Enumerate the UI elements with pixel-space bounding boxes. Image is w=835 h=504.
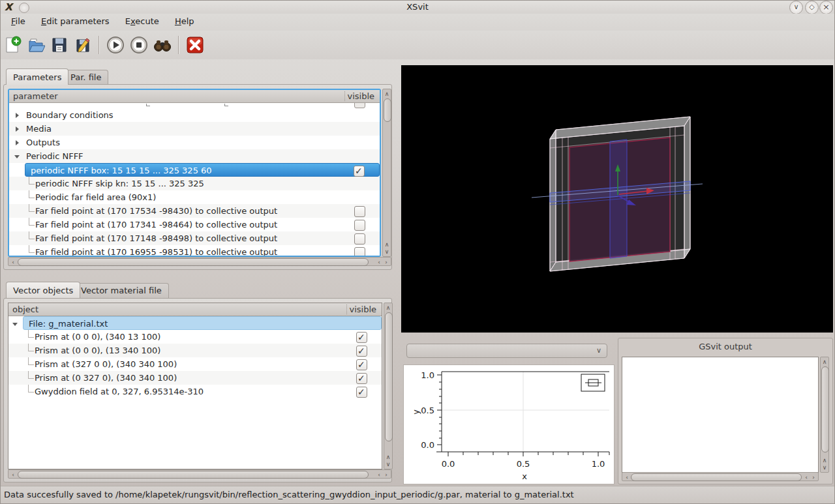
tree-row[interactable]: Far field point at (170 16955 -98531) to… (9, 245, 380, 256)
stop-button[interactable] (128, 34, 150, 56)
output-hscrollbar[interactable]: ‹ ‹ › (622, 472, 819, 481)
expander-icon[interactable] (14, 108, 22, 122)
visibility-checkbox[interactable] (356, 387, 367, 398)
view-selector-combobox[interactable]: ∨ (406, 344, 607, 358)
menu-edit-parameters[interactable]: Edit parameters (35, 14, 116, 29)
tab-parameters[interactable]: Parameters (6, 68, 68, 85)
tab-vector-material-file[interactable]: Vector material file (74, 283, 169, 298)
column-header-visible[interactable]: visible (349, 304, 376, 314)
tree-row[interactable]: periodic NFFF box: 15 15 15 ... 325 325 … (25, 163, 380, 177)
visibility-checkbox[interactable] (356, 359, 367, 370)
toolbar-separator (178, 36, 179, 54)
visibility-checkbox[interactable] (356, 346, 367, 357)
menubar: File Edit parameters Execute Help (1, 14, 834, 31)
scroll-right-icon[interactable]: › (382, 259, 390, 265)
scroll-up-icon[interactable]: ∧ (384, 304, 392, 311)
tree-row[interactable]: Far field point at (170 17534 -98430) to… (9, 204, 380, 218)
objects-hscrollbar[interactable]: ‹ ‹ › (8, 469, 391, 479)
plot-key-button[interactable] (581, 374, 605, 391)
expander-icon[interactable] (14, 149, 22, 163)
scroll-thumb[interactable] (631, 473, 802, 481)
scroll-up-icon[interactable]: ∧ (821, 359, 828, 365)
scroll-up-icon[interactable]: ∧ (384, 454, 392, 460)
quit-button[interactable] (184, 34, 206, 56)
scroll-down-icon[interactable]: ∨ (821, 464, 828, 471)
preview-button[interactable] (151, 34, 174, 56)
tree-row[interactable]: Media (9, 122, 380, 136)
tree-row[interactable]: periodic NFFF skip kn: 15 15 ... 325 325 (9, 177, 380, 190)
column-header-visible[interactable]: visible (347, 91, 374, 101)
x-tick-label: 1.0 (592, 459, 605, 469)
scroll-down-icon[interactable]: ∨ (384, 461, 392, 467)
new-file-button[interactable] (1, 34, 23, 56)
scroll-right-icon[interactable]: › (382, 471, 390, 478)
tree-row[interactable]: Periodic far field area (90x1) (9, 190, 380, 204)
visibility-checkbox[interactable] (354, 220, 365, 231)
y-tick-label: 1.0 (421, 370, 434, 380)
maximize-button[interactable] (805, 1, 819, 14)
save-button[interactable] (48, 34, 70, 56)
visibility-checkbox[interactable] (354, 166, 365, 177)
scroll-left-icon[interactable]: ‹ (9, 259, 17, 265)
visibility-checkbox[interactable] (354, 233, 365, 245)
menu-file[interactable]: File (5, 14, 32, 29)
output-vscrollbar[interactable]: ∧ ∧ ∨ (820, 357, 829, 473)
minimize-button[interactable] (789, 1, 803, 14)
tree-row[interactable]: Prism at (0 0 0), (340 13 100) (8, 330, 382, 344)
titlebar: X XSvit (1, 1, 834, 14)
farfield-plot[interactable]: 1.0 0.5 0.0 0.0 0.5 1.0 y x (403, 364, 615, 484)
output-text-area[interactable] (622, 357, 819, 473)
scroll-down-icon[interactable]: ∨ (383, 248, 391, 255)
visibility-checkbox[interactable] (356, 373, 367, 384)
scroll-thumb[interactable] (18, 471, 369, 479)
scroll-up-icon[interactable]: ∧ (383, 241, 391, 248)
visibility-checkbox[interactable] (354, 206, 365, 217)
viewport-3d[interactable] (401, 65, 833, 333)
x-tick-label: 0.5 (517, 459, 530, 469)
column-header-parameter[interactable]: parameter (13, 91, 58, 101)
scroll-left-icon[interactable]: ‹ (623, 474, 631, 481)
expander-icon[interactable] (14, 122, 22, 136)
scroll-thumb[interactable] (18, 258, 369, 266)
scroll-up-icon[interactable]: ∧ (383, 91, 391, 97)
tab-vector-objects[interactable]: Vector objects (6, 282, 80, 298)
visibility-checkbox[interactable] (356, 332, 367, 343)
parameters-vscrollbar[interactable]: ∧ ∧ ∨ (382, 89, 391, 257)
tree-row[interactable]: Prism at (0 0 0), (13 340 100) (8, 344, 382, 357)
tree-row[interactable]: Boundary conditions (9, 108, 380, 122)
close-button[interactable] (819, 1, 833, 14)
scroll-thumb[interactable] (821, 366, 829, 452)
parameters-hscrollbar[interactable]: ‹ ‹ › (8, 257, 391, 266)
visibility-checkbox[interactable] (354, 247, 365, 256)
column-separator[interactable] (346, 304, 348, 314)
objects-vscrollbar[interactable]: ∧ ∧ ∨ (384, 303, 393, 469)
tree-row[interactable]: Outputs (9, 136, 380, 149)
expander-icon[interactable] (12, 317, 20, 331)
scroll-right-icon[interactable]: › (810, 474, 817, 481)
expander-icon[interactable] (14, 136, 22, 149)
open-file-button[interactable] (25, 34, 47, 56)
tree-row[interactable]: Periodic NFFF (9, 149, 380, 163)
tree-row[interactable]: File: g_material.txt (23, 316, 382, 330)
run-button[interactable] (104, 34, 127, 56)
tree-row[interactable]: Gwyddion field at 0, 327, 6.95314e-310 (8, 385, 382, 398)
tree-connector (29, 218, 35, 226)
scroll-thumb[interactable] (384, 98, 391, 122)
scroll-up-icon[interactable]: ∧ (821, 457, 828, 464)
scroll-left-icon[interactable]: ‹ (9, 471, 17, 478)
tree-connector (29, 231, 35, 239)
menu-execute[interactable]: Execute (119, 14, 166, 29)
tree-row[interactable]: Far field point at (170 17148 -98498) to… (9, 231, 380, 245)
tree-row[interactable]: Prism at (0 327 0), (340 340 100) (8, 371, 382, 385)
column-header-object[interactable]: object (12, 304, 38, 314)
scroll-thumb[interactable] (385, 312, 393, 441)
tree-row[interactable]: Far field point at (170 17341 -98464) to… (9, 218, 380, 231)
menu-help[interactable]: Help (168, 14, 201, 29)
status-text: Data succesfully saved to /home/klapetek… (4, 490, 574, 499)
save-as-button[interactable] (72, 34, 94, 56)
column-separator[interactable] (344, 91, 346, 101)
tree-row[interactable]: Prism at (327 0 0), (340 340 100) (8, 357, 382, 371)
toolbar-separator (99, 36, 100, 54)
objects-tabrow: Vector objects Vector material file (3, 282, 392, 298)
tab-par-file[interactable]: Par. file (63, 70, 108, 85)
